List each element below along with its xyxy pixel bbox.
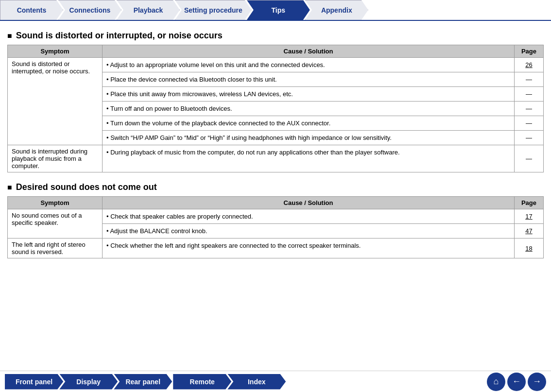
page-cell: 47 [515,224,544,239]
cause-cell: Switch “H/P AMP Gain” to “Mid” or “High”… [103,131,515,145]
page-cell: 18 [515,239,544,258]
tab-tips[interactable]: Tips [247,0,310,20]
section2-table: Symptom Cause / Solution Page No sound c… [7,196,544,258]
tab-playback[interactable]: Playback [117,0,180,20]
cause-cell: During playback of music from the comput… [103,145,515,172]
top-navigation: Contents Connections Playback Setting pr… [0,0,551,21]
cause-cell: Check that speaker cables are properly c… [103,209,515,224]
cause-cell: Adjust to an appropriate volume level on… [103,58,515,72]
page-cell: — [515,102,544,116]
page-cell: — [515,116,544,131]
page-cell: 26 [515,58,544,72]
col-symptom-1: Symptom [8,45,103,58]
page-cell: 17 [515,209,544,224]
bottom-nav-left: Front panel Display Rear panel [5,374,168,390]
page-cell: — [515,131,544,145]
main-content: Sound is distorted or interrupted, or no… [0,21,551,273]
cause-cell: Check whether the left and right speaker… [103,239,515,258]
section2-heading: Desired sound does not come out [7,182,544,192]
section1-heading: Sound is distorted or interrupted, or no… [7,31,544,41]
col-page-2: Page [515,197,544,209]
table-row: Sound is interrupted during playback of … [8,145,544,172]
back-icon: ← [512,376,521,387]
tab-setting-procedure[interactable]: Setting procedure [175,0,252,20]
cause-cell: Place this unit away from microwaves, wi… [103,87,515,102]
symptom-cell-4: The left and right of stereo sound is re… [8,239,103,258]
col-cause-2: Cause / Solution [103,197,515,209]
tab-appendix[interactable]: Appendix [305,0,368,20]
rear-panel-button[interactable]: Rear panel [114,374,172,390]
tab-contents[interactable]: Contents [0,0,63,20]
col-cause-1: Cause / Solution [103,45,515,58]
cause-cell: Turn off and on power to Bluetooth devic… [103,102,515,116]
bottom-nav-icons: ⌂ ← → [487,373,546,391]
page-cell: — [515,145,544,172]
index-button[interactable]: Index [227,374,286,390]
cause-cell: Place the device connected via Bluetooth… [103,72,515,87]
bottom-navigation: Front panel Display Rear panel 54 Remote… [0,371,551,392]
home-icon: ⌂ [494,376,499,387]
symptom-cell-2: Sound is interrupted during playback of … [8,145,103,172]
page-cell: — [515,87,544,102]
forward-button[interactable]: → [528,373,546,391]
page-cell: — [515,72,544,87]
col-symptom-2: Symptom [8,197,103,209]
cause-cell: Turn down the volume of the playback dev… [103,116,515,131]
front-panel-button[interactable]: Front panel [5,374,63,390]
remote-button[interactable]: Remote [173,374,231,390]
symptom-cell-1: Sound is distorted or interrupted, or no… [8,58,103,145]
table-row: The left and right of stereo sound is re… [8,239,544,258]
forward-icon: → [533,376,541,387]
home-button[interactable]: ⌂ [487,373,505,391]
symptom-cell-3: No sound comes out of a specific speaker… [8,209,103,239]
bottom-nav-middle: Remote Index [173,374,282,390]
section1-table: Symptom Cause / Solution Page Sound is d… [7,45,544,172]
cause-cell: Adjust the BALANCE control knob. [103,224,515,239]
tab-connections[interactable]: Connections [58,0,121,20]
table-row: Sound is distorted or interrupted, or no… [8,58,544,72]
display-button[interactable]: Display [59,374,118,390]
table-row: No sound comes out of a specific speaker… [8,209,544,224]
back-button[interactable]: ← [507,373,526,391]
col-page-1: Page [515,45,544,58]
